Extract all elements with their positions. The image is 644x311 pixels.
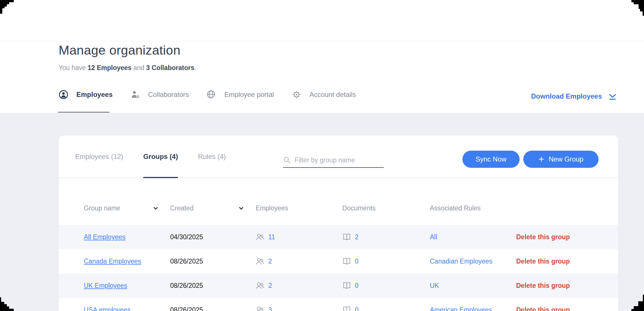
created-date: 08/26/2025: [170, 258, 203, 265]
column-employees: Employees: [256, 204, 342, 212]
people-icon: [256, 281, 265, 290]
people-icon: [256, 233, 265, 242]
summary-period: .: [194, 64, 196, 71]
sync-now-label: Sync Now: [476, 155, 506, 163]
employees-count: 12 Employees: [88, 64, 131, 71]
header-divider: [0, 41, 644, 41]
associated-rule-link[interactable]: All: [430, 233, 437, 241]
new-group-button[interactable]: + New Group: [523, 151, 599, 168]
tab-account-details[interactable]: Account details: [292, 90, 356, 99]
column-created[interactable]: Created: [170, 204, 256, 212]
manage-organization-page: Manage organization You have 12 Employee…: [0, 0, 644, 311]
tab-collaborators[interactable]: Collaborators: [130, 90, 189, 99]
corner-artifact: [0, 0, 14, 14]
person-shield-icon: [130, 90, 140, 99]
table-row: All Employees 04/30/2025 11: [59, 225, 618, 249]
summary-prefix: You have: [59, 64, 88, 71]
filter-input[interactable]: [295, 156, 384, 164]
book-icon: [342, 281, 351, 290]
download-employees-button[interactable]: Download Employees: [531, 92, 617, 101]
associated-rule-link[interactable]: UK: [430, 282, 439, 290]
employee-count-link[interactable]: 2: [268, 258, 272, 265]
book-icon: [342, 233, 351, 242]
gear-icon: [292, 90, 301, 99]
active-tab-underline: [58, 112, 110, 113]
group-name-link[interactable]: Canada Employees: [84, 258, 141, 265]
tab-collaborators-label: Collaborators: [148, 91, 189, 99]
tab-groups-4[interactable]: Groups (4): [143, 135, 178, 178]
sort-chevron-icon[interactable]: [239, 207, 244, 210]
section-nav: Employees Collaborators: [59, 90, 356, 99]
globe-cursor-icon: [206, 90, 216, 99]
delete-group-link[interactable]: Delete this group: [516, 258, 570, 265]
associated-rule-link[interactable]: American Employees: [430, 306, 492, 311]
employee-count-link[interactable]: 2: [268, 282, 272, 290]
group-name-link[interactable]: USA employees: [84, 306, 131, 311]
document-count-link[interactable]: 0: [355, 282, 359, 290]
person-circle-icon: [59, 90, 68, 99]
sync-now-button[interactable]: Sync Now: [462, 151, 520, 168]
created-date: 04/30/2025: [170, 233, 203, 241]
group-name-link[interactable]: UK Employees: [84, 282, 127, 290]
groups-card: Employees (12) Groups (4) Rules (4) Sync…: [59, 135, 618, 311]
people-icon: [256, 306, 265, 311]
employee-count-link[interactable]: 3: [268, 306, 272, 311]
document-count-link[interactable]: 0: [355, 306, 359, 311]
tab-account-details-label: Account details: [309, 91, 356, 99]
tab-rules-4[interactable]: Rules (4): [198, 135, 226, 178]
delete-group-link[interactable]: Delete this group: [516, 233, 570, 241]
table-row: USA employees 08/26/2025 3: [59, 298, 618, 311]
group-name-link[interactable]: All Employees: [84, 233, 126, 241]
download-chevron-icon: [608, 92, 617, 101]
column-documents: Documents: [342, 204, 430, 212]
card-tabs: Employees (12) Groups (4) Rules (4): [75, 135, 226, 178]
document-count-link[interactable]: 2: [355, 233, 359, 241]
employee-count-link[interactable]: 11: [268, 233, 275, 241]
card-header: Employees (12) Groups (4) Rules (4) Sync…: [59, 135, 618, 178]
summary-and: and: [132, 64, 146, 71]
table-header: Group name Created Employees Documents A…: [59, 178, 618, 225]
book-icon: [342, 306, 351, 311]
group-filter: [283, 153, 384, 168]
table-row: UK Employees 08/26/2025 2: [59, 274, 618, 298]
new-group-label: New Group: [549, 155, 583, 163]
associated-rule-link[interactable]: Canadian Employees: [430, 258, 492, 265]
people-icon: [256, 257, 265, 266]
column-associated-rules: Associated Rules: [430, 204, 516, 212]
employee-summary: You have 12 Employees and 3 Collaborator…: [59, 64, 196, 72]
sort-chevron-icon[interactable]: [153, 207, 158, 210]
created-date: 08/26/2025: [170, 306, 203, 311]
tab-employees-label: Employees: [76, 91, 113, 99]
download-employees-label: Download Employees: [531, 92, 602, 100]
created-date: 08/26/2025: [170, 282, 203, 290]
tab-employees-12[interactable]: Employees (12): [75, 135, 123, 178]
delete-group-link[interactable]: Delete this group: [516, 282, 570, 290]
delete-group-link[interactable]: Delete this group: [516, 306, 570, 311]
corner-artifact: [631, 0, 644, 16]
column-group-name[interactable]: Group name: [84, 204, 170, 212]
tab-employee-portal-label: Employee portal: [224, 91, 274, 99]
book-icon: [342, 257, 351, 266]
tab-employees[interactable]: Employees: [59, 90, 113, 99]
table-row: Canada Employees 08/26/2025 2: [59, 249, 618, 274]
page-title: Manage organization: [59, 43, 180, 58]
tab-employee-portal[interactable]: Employee portal: [206, 90, 274, 99]
search-icon: [283, 156, 291, 164]
document-count-link[interactable]: 0: [355, 258, 359, 265]
collaborators-count: 3 Collaborators: [146, 64, 194, 71]
